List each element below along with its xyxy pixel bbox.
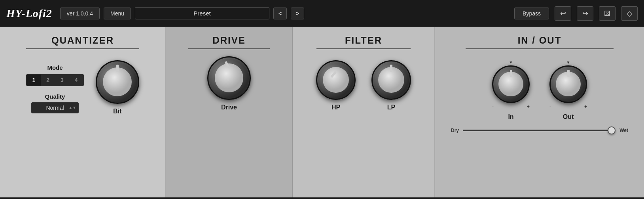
- out-markers: - +: [549, 104, 587, 109]
- out-knob-indicator: [567, 70, 570, 77]
- app-logo: HY-Lofi2: [6, 7, 52, 20]
- randomize-button[interactable]: ⚄: [599, 6, 616, 21]
- hp-knob-indicator: [330, 71, 337, 78]
- dry-wet-container: Dry Wet: [447, 128, 632, 133]
- top-bar: HY-Lofi2 ver 1.0.0.4 Menu Preset < > Byp…: [0, 0, 644, 27]
- drive-knob[interactable]: [207, 56, 251, 100]
- out-knob[interactable]: [549, 65, 587, 103]
- quantizer-underline: [26, 48, 139, 49]
- version-button[interactable]: ver 1.0.0.4: [60, 8, 100, 19]
- mode-label: Mode: [47, 64, 63, 71]
- drive-knob-indicator: [224, 61, 230, 68]
- filter-title: FILTER: [345, 35, 382, 46]
- redo-button[interactable]: ↪: [577, 6, 593, 21]
- in-minus: -: [492, 104, 494, 109]
- drive-underline: [188, 48, 270, 49]
- filter-underline: [316, 48, 411, 49]
- undo-button[interactable]: ↩: [555, 6, 571, 21]
- lp-knob-indicator: [390, 65, 392, 72]
- out-knob-label: Out: [563, 113, 574, 121]
- filter-section: FILTER HP LP: [293, 27, 435, 197]
- mode-btn-3[interactable]: 3: [55, 75, 69, 86]
- quantizer-inner: Mode 1 2 3 4 Quality Normal Low High ▲▼: [26, 60, 139, 115]
- in-knob[interactable]: [492, 65, 530, 103]
- menu-button[interactable]: Menu: [104, 8, 131, 19]
- wet-label: Wet: [619, 128, 628, 133]
- in-knob-label: In: [508, 113, 513, 121]
- out-triangle: ▼: [566, 60, 570, 65]
- in-triangle: ▼: [509, 60, 513, 65]
- preset-prev-button[interactable]: <: [273, 8, 287, 19]
- drive-knob-container: Drive: [207, 56, 251, 111]
- preset-next-button[interactable]: >: [291, 8, 304, 19]
- preset-field[interactable]: Preset: [135, 7, 269, 19]
- reset-button[interactable]: ◇: [621, 6, 638, 21]
- bottom-bar: REKKERD.ORG HY-Plugins ╱╱: [0, 197, 644, 199]
- bypass-button[interactable]: Bypass: [514, 8, 549, 19]
- quality-arrows: ▲▼: [68, 106, 76, 110]
- redo-icon: ↪: [582, 9, 588, 18]
- undo-icon: ↩: [560, 9, 566, 18]
- mode-btn-4[interactable]: 4: [69, 75, 83, 86]
- drive-title: DRIVE: [212, 35, 245, 46]
- in-plus: +: [527, 104, 530, 109]
- quantizer-section: QUANTIZER Mode 1 2 3 4 Quality Normal Lo…: [0, 27, 166, 197]
- dry-wet-slider[interactable]: [463, 130, 616, 131]
- main-content: QUANTIZER Mode 1 2 3 4 Quality Normal Lo…: [0, 27, 644, 197]
- dry-label: Dry: [451, 128, 459, 133]
- quality-wrapper: Normal Low High ▲▼: [31, 102, 79, 113]
- lp-knob[interactable]: [371, 60, 411, 100]
- out-knob-wrap: ▼ - + Out: [549, 60, 587, 121]
- dry-wet-thumb[interactable]: [608, 126, 616, 134]
- out-minus: -: [549, 104, 551, 109]
- inout-title: IN / OUT: [518, 35, 562, 46]
- hp-knob[interactable]: [316, 60, 356, 100]
- mode-btn-2[interactable]: 2: [41, 75, 55, 86]
- bit-knob[interactable]: [96, 60, 139, 104]
- mode-btn-1[interactable]: 1: [27, 75, 41, 86]
- drive-section: DRIVE Drive: [166, 27, 293, 197]
- quality-label: Quality: [45, 93, 65, 100]
- bit-knob-container: Bit: [96, 60, 139, 115]
- inout-underline: [466, 48, 614, 49]
- lp-knob-container: LP: [371, 60, 411, 111]
- bit-knob-label: Bit: [113, 108, 121, 115]
- dice-icon: ⚄: [604, 9, 610, 18]
- in-knob-indicator: [510, 70, 512, 77]
- lp-knob-label: LP: [387, 104, 395, 111]
- in-markers: - +: [492, 104, 530, 109]
- mode-selector: 1 2 3 4: [26, 74, 83, 86]
- quantizer-controls: Mode 1 2 3 4 Quality Normal Low High ▲▼: [26, 60, 83, 113]
- filter-knobs: HP LP: [316, 60, 411, 111]
- out-plus: +: [584, 104, 587, 109]
- hp-knob-label: HP: [331, 104, 340, 111]
- hp-knob-container: HP: [316, 60, 356, 111]
- drive-knob-label: Drive: [221, 104, 237, 111]
- inout-section: IN / OUT ▼ - + In ▼ -: [435, 27, 644, 197]
- quantizer-title: QUANTIZER: [51, 35, 114, 46]
- diamond-icon: ◇: [627, 9, 632, 18]
- inout-knobs: ▼ - + In ▼ - + Out: [492, 60, 587, 121]
- in-knob-wrap: ▼ - + In: [492, 60, 530, 121]
- bit-knob-indicator: [116, 65, 119, 72]
